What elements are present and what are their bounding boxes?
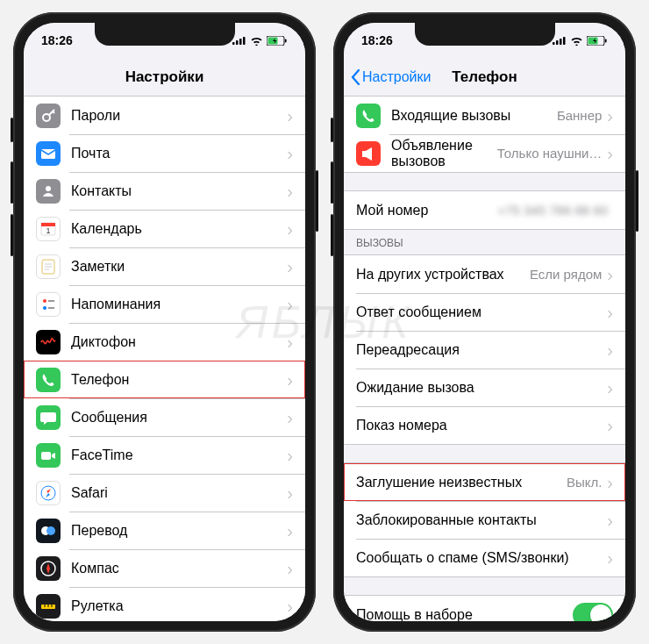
chevron-right-icon: › <box>287 258 293 275</box>
svg-text:1: 1 <box>46 226 50 235</box>
status-indicators <box>553 36 608 46</box>
cell-на-других-устройствах[interactable]: На других устройствахЕсли рядом› <box>344 255 625 293</box>
chevron-right-icon: › <box>287 597 293 615</box>
svg-rect-34 <box>560 39 562 45</box>
cell-label: Показ номера <box>356 418 607 433</box>
chevron-right-icon: › <box>607 417 613 434</box>
mail-icon <box>36 141 61 166</box>
cell-label: Помощь в наборе <box>356 607 573 622</box>
cell-диктофон[interactable]: Диктофон› <box>24 323 305 361</box>
back-button[interactable]: Настройки <box>351 69 431 85</box>
cell-ожидание-вызова[interactable]: Ожидание вызова› <box>344 369 625 406</box>
chevron-right-icon: › <box>287 484 293 502</box>
signal-icon <box>553 36 567 45</box>
cell-label: Компас <box>71 561 287 576</box>
svg-rect-35 <box>563 37 566 45</box>
cell-label: Перевод <box>71 523 287 539</box>
battery-icon <box>587 36 608 46</box>
cell-напоминания[interactable]: Напоминания› <box>24 285 305 323</box>
cell-safari[interactable]: Safari› <box>24 474 305 512</box>
cell-контакты[interactable]: Контакты› <box>24 172 305 210</box>
status-indicators <box>232 36 288 46</box>
cell-label: На других устройствах <box>356 267 530 283</box>
chevron-right-icon: › <box>607 304 613 321</box>
cell-detail: +75 345 786 88 60 <box>497 203 608 218</box>
svg-point-18 <box>43 306 46 310</box>
svg-rect-39 <box>362 151 366 157</box>
cell-компас[interactable]: Компас› <box>24 549 305 587</box>
chevron-right-icon: › <box>287 409 293 426</box>
svg-rect-0 <box>232 42 235 45</box>
cell-label: Сообщения <box>71 410 287 426</box>
chevron-right-icon: › <box>287 522 293 540</box>
key-icon <box>36 104 61 128</box>
cell-detail: Выкл. <box>567 475 602 490</box>
phone-settings-list[interactable]: Входящие вызовыБаннер›Объявление вызовов… <box>344 97 625 621</box>
cell-label: Почта <box>71 146 287 161</box>
svg-point-9 <box>46 186 51 191</box>
nav-bar: Настройки Телефон <box>344 58 625 97</box>
cell-label: Рулетка <box>71 598 287 614</box>
svg-point-24 <box>46 526 55 535</box>
signal-icon <box>232 36 246 45</box>
chevron-right-icon: › <box>607 145 613 162</box>
wifi-icon <box>250 36 263 46</box>
cell-входящие-вызовы[interactable]: Входящие вызовыБаннер› <box>344 97 625 134</box>
cell-почта[interactable]: Почта› <box>24 134 305 172</box>
cell-label: Мой номер <box>356 203 497 218</box>
cell-показ-номера[interactable]: Показ номера› <box>344 406 625 444</box>
cell-рулетка[interactable]: Рулетка› <box>24 587 305 621</box>
section-gap <box>344 576 625 596</box>
cell-телефон[interactable]: Телефон› <box>24 361 305 398</box>
page-title: Настройки <box>125 68 204 86</box>
chevron-right-icon: › <box>287 371 293 389</box>
chevron-right-icon: › <box>607 512 613 529</box>
cell-detail: Баннер <box>557 108 602 123</box>
cell-my-number[interactable]: Мой номер +75 345 786 88 60 <box>344 191 625 229</box>
cell-silence-unknown[interactable]: Заглушение неизвестных Выкл. › <box>344 463 625 501</box>
cell-label: Заглушение неизвестных <box>356 475 567 490</box>
chevron-right-icon: › <box>607 341 613 359</box>
chevron-right-icon: › <box>607 107 613 125</box>
contacts-icon <box>36 179 61 204</box>
svg-point-7 <box>43 114 50 121</box>
cell-label: Календарь <box>71 221 287 237</box>
cell-объявление-вызовов[interactable]: Объявление вызововТолько наушни…› <box>344 134 625 172</box>
svg-rect-21 <box>41 452 51 460</box>
cell-заблокированные-контакты[interactable]: Заблокированные контакты› <box>344 501 625 539</box>
settings-list[interactable]: Пароли›Почта›Контакты›1Календарь›Заметки… <box>24 97 305 621</box>
cell-label: Переадресация <box>356 342 607 358</box>
phone-right: 18:26 Настройки Телефон Входящие вызовыБ… <box>333 12 636 632</box>
phone-left: 18:26 Настройки Пароли›Почта›Контакты›1К… <box>13 12 316 632</box>
cell-сообщения[interactable]: Сообщения› <box>24 398 305 436</box>
cell-detail: Если рядом <box>530 267 602 282</box>
svg-rect-2 <box>239 39 242 45</box>
translate-icon <box>36 519 61 543</box>
cell-detail: Только наушни… <box>497 146 602 161</box>
toggle-dial-assist[interactable] <box>573 603 613 622</box>
cell-label: Заблокированные контакты <box>356 512 607 528</box>
cell-сообщать-о-спаме-sms-звонки-[interactable]: Сообщать о спаме (SMS/звонки)› <box>344 539 625 576</box>
cell-label: Напоминания <box>71 297 287 312</box>
cell-label: Заметки <box>71 259 287 275</box>
cell-ответ-сообщением[interactable]: Ответ сообщением› <box>344 293 625 331</box>
announce-icon <box>356 141 381 166</box>
chevron-left-icon <box>351 69 360 85</box>
status-time: 18:26 <box>361 33 393 47</box>
svg-rect-32 <box>553 42 555 45</box>
reminders-icon <box>36 292 61 317</box>
notes-icon <box>36 254 61 279</box>
chevron-right-icon: › <box>287 296 293 313</box>
status-time: 18:26 <box>41 33 73 47</box>
cell-label: Объявление вызовов <box>391 138 497 169</box>
incoming-icon <box>356 104 381 128</box>
cell-перевод[interactable]: Перевод› <box>24 512 305 549</box>
svg-rect-33 <box>556 40 559 45</box>
cell-facetime[interactable]: FaceTime› <box>24 436 305 474</box>
cell-календарь[interactable]: 1Календарь› <box>24 210 305 247</box>
chevron-right-icon: › <box>287 107 293 125</box>
cell-пароли[interactable]: Пароли› <box>24 97 305 134</box>
cell-переадресация[interactable]: Переадресация› <box>344 331 625 369</box>
cell-заметки[interactable]: Заметки› <box>24 247 305 285</box>
cell-dial-assist[interactable]: Помощь в наборе <box>344 596 625 621</box>
